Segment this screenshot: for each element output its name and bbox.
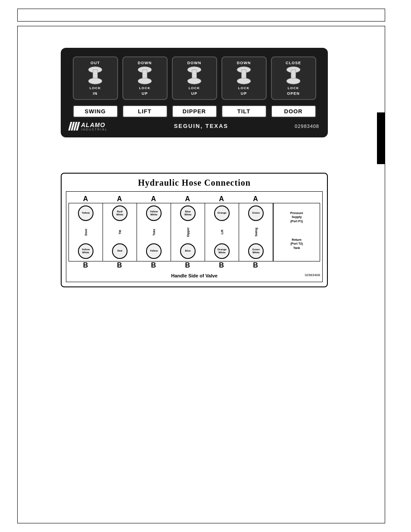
a-labels-spacer: [273, 195, 320, 203]
hose-col-dipper: BlueWhite Dipper Blue: [171, 203, 205, 261]
dipper-top-color: BlueWhite: [184, 210, 191, 216]
b-label-3: B: [137, 261, 171, 269]
svg-point-8: [187, 78, 201, 84]
dipper-top-label: DOWN: [187, 61, 202, 65]
a-label-6: A: [239, 195, 273, 203]
door-knob-shape: [283, 66, 304, 85]
b-label-5: B: [205, 261, 239, 269]
tilt-top-color: Red/White: [116, 210, 123, 216]
hydraulic-inner: A A A A A A Yellow Door: [66, 191, 323, 282]
toke-bottom-connector: Yellow: [146, 243, 162, 259]
dipper-knob-shape: [184, 66, 205, 85]
toke-top-connector: YellowWhite: [146, 205, 162, 221]
handle-side-label: Handle Side of Valve: [110, 273, 278, 278]
swing-bottom-label: IN: [93, 91, 98, 96]
hose-col-lift: Orange Lift OrangeWhite: [205, 203, 239, 261]
tilt-bottom-connector: Red: [112, 243, 128, 259]
top-border-box: [17, 9, 385, 22]
swing-function-hyd: Swing: [255, 224, 258, 241]
dipper-top-connector: BlueWhite: [180, 205, 196, 221]
supply-item: PressureSupply(Port P1): [290, 211, 303, 223]
dipper-function-label: DIPPER: [172, 105, 217, 118]
right-side-tab: [377, 112, 385, 164]
tilt-bottom-label: UP: [241, 91, 247, 96]
tilt-bottom-color: Red: [117, 249, 122, 252]
lift-top-label: DOWN: [138, 61, 152, 65]
door-bottom-color: YellowWhite: [82, 248, 90, 254]
swing-function-label: SWING: [73, 105, 118, 118]
swing-top-color: Green: [252, 212, 260, 215]
a-label-4: A: [171, 195, 205, 203]
toke-bottom-color: Yellow: [150, 249, 158, 252]
lift-knob-shape: [134, 66, 156, 85]
door-bottom-connector: YellowWhite: [78, 243, 93, 259]
brand-row: ALAMO INDUSTRIAL SEGUIN, TEXAS 02983408: [67, 121, 321, 131]
hose-col-door: Yellow Door YellowWhite: [69, 203, 103, 261]
return-label: Return(Port T2)Tank: [290, 238, 303, 249]
swing-top-label: OUT: [90, 61, 100, 65]
tilt-function: Tilt: [118, 224, 121, 241]
part-number-text: 02983408: [295, 124, 319, 129]
supply-return-col: PressureSupply(Port P1) Return(Port T2)T…: [273, 203, 320, 261]
tilt-top-connector: Red/White: [112, 205, 128, 221]
hydraulic-title: Hydraulic Hose Connection: [66, 178, 323, 188]
door-top-connector: Yellow: [78, 205, 93, 221]
lift-function-hyd: Lift: [221, 224, 224, 241]
swing-knob: OUT LOCK IN: [73, 56, 118, 100]
a-label-2: A: [103, 195, 137, 203]
a-label-1: A: [68, 195, 103, 203]
a-labels: A A A A A A: [68, 195, 273, 203]
lift-top-color: Orange: [218, 212, 227, 215]
function-labels-row: SWING LIFT DIPPER TILT DOOR: [67, 105, 321, 118]
lift-knob: DOWN LOCK UP: [122, 56, 168, 100]
alamo-brand-text: ALAMO INDUSTRIAL: [81, 121, 108, 131]
b-label-2: B: [103, 261, 137, 269]
b-label-4: B: [171, 261, 205, 269]
dipper-function-hyd: Dipper: [187, 224, 190, 241]
b-labels-spacer: [273, 261, 320, 269]
a-label-3: A: [137, 195, 171, 203]
swing-knob-shape: [84, 66, 106, 85]
main-content-box: OUT LOCK IN DOWN LOCK UP: [17, 26, 385, 523]
hose-col-swing: Green Swing GreenWhite: [239, 203, 273, 261]
toke-top-color: YellowWhite: [150, 210, 158, 216]
alamo-name: ALAMO: [81, 121, 105, 128]
tilt-middle-label: LOCK: [238, 86, 250, 90]
b-label-1: B: [68, 261, 103, 269]
dipper-bottom-label: UP: [191, 91, 198, 96]
swing-top-connector: Green: [248, 205, 264, 221]
dipper-knob: DOWN LOCK UP: [172, 56, 217, 100]
svg-point-2: [88, 78, 102, 84]
tilt-function-label: TILT: [221, 105, 267, 118]
lift-bottom-color: OrangeWhite: [218, 248, 227, 254]
svg-point-5: [138, 78, 152, 84]
diagram-part-number: 02983408: [278, 273, 320, 277]
return-item: Return(Port T2)Tank: [290, 238, 303, 249]
svg-point-11: [237, 78, 251, 84]
tilt-knob: DOWN LOCK UP: [221, 56, 267, 100]
footer-row: Handle Side of Valve 02983408: [68, 271, 320, 278]
location-text: SEGUIN, TEXAS: [174, 123, 228, 129]
dipper-bottom-connector: Blue: [180, 243, 196, 259]
knobs-row: OUT LOCK IN DOWN LOCK UP: [67, 56, 321, 100]
lift-bottom-connector: OrangeWhite: [214, 243, 230, 259]
lift-bottom-label: UP: [142, 91, 148, 96]
dipper-bottom-color: Blue: [185, 249, 191, 252]
control-panel: OUT LOCK IN DOWN LOCK UP: [61, 48, 328, 137]
alamo-subtitle: INDUSTRIAL: [81, 128, 108, 131]
swing-bottom-connector: GreenWhite: [248, 243, 264, 259]
hose-col-tilt: Red/White Tilt Red: [103, 203, 137, 261]
door-top-color: Yellow: [82, 212, 90, 215]
b-label-6: B: [239, 261, 273, 269]
door-middle-label: LOCK: [288, 86, 299, 90]
swing-bottom-color: GreenWhite: [252, 248, 260, 254]
tilt-top-label: DOWN: [237, 61, 251, 65]
toke-function: Toke: [153, 224, 156, 241]
b-labels: B B B B B B: [68, 261, 273, 269]
lift-function-label: LIFT: [122, 105, 168, 118]
a-labels-row: A A A A A A: [68, 195, 320, 203]
door-bottom-label: OPEN: [287, 91, 300, 96]
door-top-label: CLOSE: [286, 61, 301, 65]
tilt-knob-shape: [233, 66, 255, 85]
svg-point-14: [286, 78, 300, 84]
